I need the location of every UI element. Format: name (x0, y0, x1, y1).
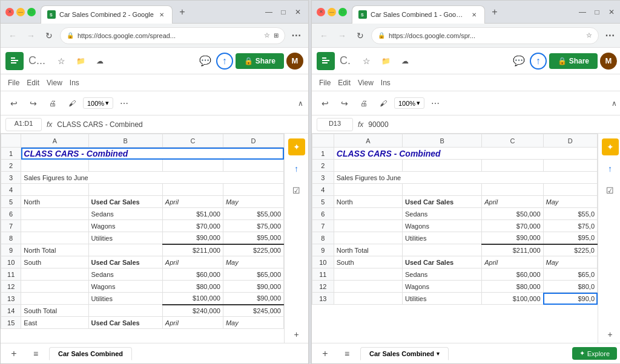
right-sheet-tab[interactable]: Car Sales Combined ▾ (360, 347, 449, 360)
right-close-icon[interactable]: ✕ (606, 7, 617, 18)
left-cell-A6[interactable] (21, 208, 88, 220)
right-col-C-header[interactable]: C (482, 134, 543, 148)
right-cell-C12[interactable]: $80,000 (482, 281, 543, 293)
right-refresh-btn[interactable]: ↻ (353, 28, 368, 43)
right-cell-D12[interactable]: $80,0 (543, 281, 597, 293)
right-maximize-btn[interactable]: □ (338, 8, 347, 16)
right-cell-C4[interactable] (482, 184, 543, 196)
left-cell-C7[interactable]: $70,000 (162, 220, 223, 232)
left-cell-A13[interactable] (21, 293, 88, 305)
left-cell-A4[interactable] (21, 184, 88, 196)
left-side-icon-2[interactable]: ↑ (288, 160, 305, 177)
right-back-btn[interactable]: ← (317, 28, 331, 43)
right-cell-C7[interactable]: $70,000 (482, 220, 543, 232)
right-menu-view[interactable]: View (355, 77, 376, 88)
left-side-icon-add[interactable]: + (288, 326, 305, 343)
right-side-icon-2[interactable]: ↑ (602, 160, 619, 177)
right-cell-D11[interactable]: $65,0 (543, 268, 597, 281)
right-new-tab-btn[interactable]: + (487, 5, 502, 19)
left-cell-A7[interactable] (21, 220, 88, 232)
left-upload-btn[interactable]: ↑ (216, 53, 233, 70)
right-cell-A8[interactable] (334, 232, 402, 244)
right-cell-C11[interactable]: $60,000 (482, 268, 543, 281)
left-cell-D8[interactable]: $95,000 (223, 232, 283, 244)
left-cell-C8[interactable]: $90,000 (162, 232, 223, 244)
right-cell-C8[interactable]: $90,000 (482, 232, 543, 244)
left-cell-C4[interactable] (162, 184, 223, 196)
right-cell-A6[interactable] (334, 208, 402, 220)
right-more-btn[interactable]: ⋯ (602, 28, 617, 43)
right-cell-B7[interactable]: Wagons (403, 220, 482, 232)
left-col-B-header[interactable]: B (88, 134, 162, 148)
left-cell-A10[interactable]: South (21, 256, 88, 268)
left-cell-A8[interactable] (21, 232, 88, 244)
right-cell-A7[interactable] (334, 220, 402, 232)
right-cell-C10[interactable]: April (482, 256, 543, 268)
right-cloud-btn[interactable]: ☁ (397, 53, 414, 70)
left-cell-D2[interactable] (223, 160, 283, 172)
left-minimize-icon[interactable]: — (263, 7, 274, 18)
right-collapse-btn[interactable]: ∧ (612, 99, 617, 108)
right-restore-icon[interactable]: □ (592, 7, 602, 18)
right-active-tab[interactable]: S Car Sales Combined 1 - Google S... ✕ (352, 5, 485, 24)
left-menu-edit[interactable]: Edit (24, 77, 42, 88)
left-minimize-btn[interactable]: — (16, 8, 25, 16)
left-cell-C9[interactable]: $211,000 (162, 244, 223, 256)
left-cell-C13[interactable]: $100,000 (162, 293, 223, 305)
right-cell-B11[interactable]: Sedans (403, 268, 482, 281)
left-menu-insert[interactable]: Ins (67, 77, 82, 88)
right-cell-ref[interactable]: D13 (317, 118, 353, 131)
left-cell-D15[interactable]: May (223, 317, 283, 329)
left-cell-ref[interactable]: A1:D1 (5, 118, 42, 131)
left-more-btn[interactable]: ⋯ (289, 28, 303, 43)
left-cell-B12[interactable]: Wagons (88, 281, 162, 293)
left-cell-A14[interactable]: South Total (21, 305, 88, 317)
right-minimize-icon[interactable]: — (577, 7, 588, 18)
left-print-btn[interactable]: 🖨 (44, 95, 61, 112)
right-share-btn[interactable]: 🔒 Share (549, 53, 598, 69)
right-sheet-dropdown-icon[interactable]: ▾ (437, 351, 440, 357)
left-cell-D9[interactable]: $225,000 (223, 244, 283, 256)
right-cell-A5[interactable]: North (334, 196, 402, 208)
right-cell-A10[interactable]: South (334, 256, 402, 268)
left-cell-B2[interactable] (88, 160, 162, 172)
right-cell-D2[interactable] (543, 160, 597, 172)
right-zoom-control[interactable]: 100% ▾ (394, 97, 424, 109)
right-comment-btn[interactable]: 💬 (510, 53, 527, 70)
right-cell-A11[interactable] (334, 268, 402, 281)
left-col-D-header[interactable]: D (223, 134, 283, 148)
left-cell-B4[interactable] (88, 184, 162, 196)
left-cell-A11[interactable] (21, 268, 88, 281)
left-cell-B6[interactable]: Sedans (88, 208, 162, 220)
right-close-btn[interactable]: ✕ (317, 8, 325, 16)
left-cell-D10[interactable]: May (223, 256, 283, 268)
right-cell-D13[interactable]: $90,0 (543, 293, 597, 305)
right-cell-B4[interactable] (403, 184, 482, 196)
left-cell-B9[interactable] (88, 244, 162, 256)
left-sheets-list-btn[interactable]: ≡ (27, 345, 44, 362)
left-cell-C15[interactable]: April (162, 317, 223, 329)
right-menu-file[interactable]: File (317, 77, 333, 88)
left-cell-C10[interactable]: April (162, 256, 223, 268)
right-col-B-header[interactable]: B (403, 134, 482, 148)
left-cell-B8[interactable]: Utilities (88, 232, 162, 244)
left-col-A-header[interactable]: A (21, 134, 88, 148)
right-cell-B5[interactable]: Used Car Sales (403, 196, 482, 208)
right-forward-btn[interactable]: → (335, 28, 349, 43)
left-side-icon-3[interactable]: ☑ (288, 182, 305, 199)
left-avatar[interactable]: M (286, 53, 303, 70)
left-side-icon-1[interactable]: ✦ (288, 138, 305, 155)
left-redo-btn[interactable]: ↪ (25, 95, 42, 112)
right-cell-B6[interactable]: Sedans (403, 208, 482, 220)
right-side-icon-add[interactable]: + (602, 326, 619, 343)
left-cell-D11[interactable]: $65,000 (223, 268, 283, 281)
left-col-C-header[interactable]: C (162, 134, 223, 148)
right-cell-C2[interactable] (482, 160, 543, 172)
left-cell-B14[interactable] (88, 305, 162, 317)
left-new-tab-btn[interactable]: + (175, 5, 190, 19)
left-comment-btn[interactable]: 💬 (197, 53, 214, 70)
left-undo-btn[interactable]: ↩ (5, 95, 22, 112)
right-cell-A12[interactable] (334, 281, 402, 293)
left-tab-close-btn[interactable]: ✕ (157, 10, 166, 19)
right-menu-edit[interactable]: Edit (335, 77, 353, 88)
